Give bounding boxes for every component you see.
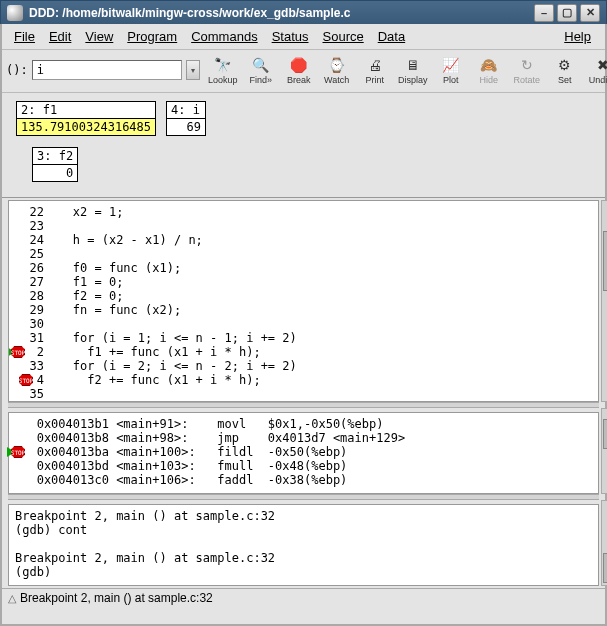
arg-dropdown-button[interactable]: ▾	[186, 60, 200, 80]
rotate-icon: ↻	[518, 56, 536, 74]
break-button[interactable]: 🛑Break	[280, 52, 318, 88]
display-button[interactable]: 🖥Display	[394, 52, 432, 88]
app-icon	[7, 5, 23, 21]
toolbar: (): ▾ 🔭Lookup 🔍Find» 🛑Break ⌚Watch 🖨Prin…	[2, 50, 605, 93]
window-body: File Edit View Program Commands Status S…	[0, 24, 607, 626]
hide-icon: 🙈	[480, 56, 498, 74]
maximize-button[interactable]: ▢	[557, 4, 577, 22]
find-button[interactable]: 🔍Find»	[242, 52, 280, 88]
plot-button[interactable]: 📈Plot	[432, 52, 470, 88]
gdb-console-pane[interactable]: Breakpoint 2, main () at sample.c:32 (gd…	[8, 504, 599, 586]
source-code: 22 x2 = 1; 23 24 h = (x2 - x1) / n; 25 2…	[9, 201, 598, 402]
display-i-title: 4: i	[167, 102, 205, 119]
arg-label: ():	[6, 63, 28, 77]
titlebar: DDD: /home/bitwalk/mingw-cross/work/ex_g…	[0, 0, 607, 24]
display-f2-title: 3: f2	[33, 148, 77, 165]
asm-scrollbar[interactable]	[601, 408, 607, 494]
minimize-button[interactable]: –	[534, 4, 554, 22]
display-f1-title: 2: f1	[17, 102, 155, 119]
display-f2-value: 0	[33, 165, 77, 181]
assembly-code: 0x004013b1 <main+91>: movl $0x1,-0x50(%e…	[9, 413, 598, 491]
set-button[interactable]: ⚙Set	[546, 52, 584, 88]
data-display-area[interactable]: 2: f1 135.79100324316485 4: i 69 3: f2 0	[2, 93, 605, 198]
statusbar: △ Breakpoint 2, main () at sample.c:32	[2, 588, 605, 607]
display-f1[interactable]: 2: f1 135.79100324316485	[16, 101, 156, 136]
rotate-button[interactable]: ↻Rotate	[508, 52, 546, 88]
menu-status[interactable]: Status	[266, 27, 315, 46]
undisp-button[interactable]: ✖Undisp	[584, 52, 607, 88]
display-f1-value: 135.79100324316485	[17, 119, 155, 135]
menu-data[interactable]: Data	[372, 27, 411, 46]
close-button[interactable]: ✕	[580, 4, 600, 22]
print-icon: 🖨	[366, 56, 384, 74]
current-line-marker-32: STOP	[9, 345, 29, 359]
scrollbar-thumb[interactable]	[603, 553, 607, 583]
arg-input[interactable]	[32, 60, 182, 80]
arg-row: (): ▾	[6, 60, 200, 80]
asm-current-marker: STOP	[9, 445, 29, 459]
status-icon: △	[8, 592, 16, 605]
display-i[interactable]: 4: i 69	[166, 101, 206, 136]
hide-button[interactable]: 🙈Hide	[470, 52, 508, 88]
breakpoint-icon[interactable]: STOP	[11, 346, 25, 358]
print-button[interactable]: 🖨Print	[356, 52, 394, 88]
display-f2[interactable]: 3: f2 0	[32, 147, 78, 182]
breakpoint-icon[interactable]: STOP	[19, 374, 33, 386]
scrollbar-thumb[interactable]	[603, 231, 607, 291]
source-scrollbar[interactable]	[601, 200, 607, 402]
gdb-console-text: Breakpoint 2, main () at sample.c:32 (gd…	[9, 505, 598, 583]
lookup-button[interactable]: 🔭Lookup	[204, 52, 242, 88]
menu-help[interactable]: Help	[558, 27, 597, 46]
menu-program[interactable]: Program	[121, 27, 183, 46]
menu-source[interactable]: Source	[317, 27, 370, 46]
plot-icon: 📈	[442, 56, 460, 74]
stop-icon: 🛑	[290, 56, 308, 74]
breakpoint-icon[interactable]: STOP	[11, 446, 25, 458]
source-pane[interactable]: 22 x2 = 1; 23 24 h = (x2 - x1) / n; 25 2…	[8, 200, 599, 402]
display-i-value: 69	[167, 119, 205, 135]
menu-edit[interactable]: Edit	[43, 27, 77, 46]
status-text: Breakpoint 2, main () at sample.c:32	[20, 591, 213, 605]
menubar: File Edit View Program Commands Status S…	[2, 24, 605, 50]
window-title: DDD: /home/bitwalk/mingw-cross/work/ex_g…	[29, 6, 531, 20]
scrollbar-thumb[interactable]	[603, 419, 607, 449]
menu-commands[interactable]: Commands	[185, 27, 263, 46]
menu-file[interactable]: File	[8, 27, 41, 46]
breakpoint-marker-34: STOP	[9, 373, 29, 387]
watch-icon: ⌚	[328, 56, 346, 74]
watch-button[interactable]: ⌚Watch	[318, 52, 356, 88]
set-icon: ⚙	[556, 56, 574, 74]
assembly-pane[interactable]: 0x004013b1 <main+91>: movl $0x1,-0x50(%e…	[8, 412, 599, 494]
display-icon: 🖥	[404, 56, 422, 74]
gdb-scrollbar[interactable]	[601, 500, 607, 586]
undisp-icon: ✖	[594, 56, 607, 74]
binoculars-icon: 🔭	[214, 56, 232, 74]
find-icon: 🔍	[252, 56, 270, 74]
menu-view[interactable]: View	[79, 27, 119, 46]
toolbar-buttons: 🔭Lookup 🔍Find» 🛑Break ⌚Watch 🖨Print 🖥Dis…	[204, 52, 607, 88]
